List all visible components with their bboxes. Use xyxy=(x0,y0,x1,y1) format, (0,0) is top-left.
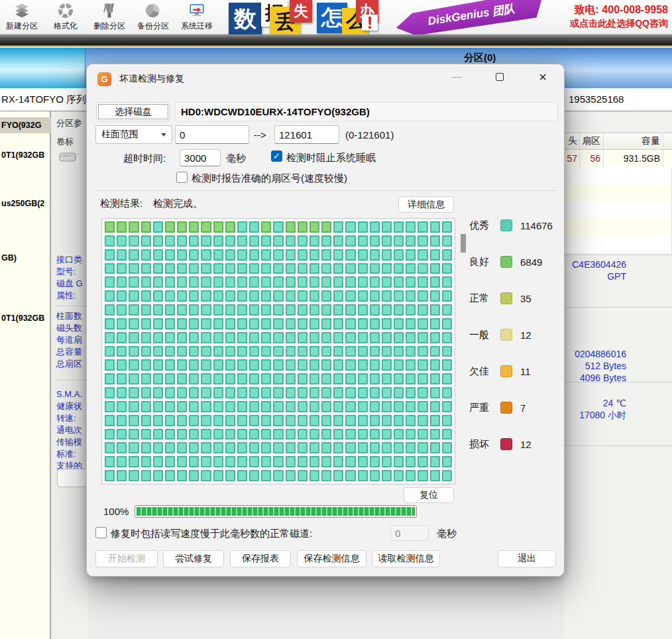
scan-block xyxy=(213,387,223,398)
scan-block xyxy=(165,263,175,274)
toolbar-button-backup-partition[interactable]: 备份分区 xyxy=(131,0,175,34)
table-value-row[interactable]: 5756931.5GB xyxy=(565,150,672,167)
scan-block xyxy=(225,373,235,384)
scan-block xyxy=(442,249,452,261)
minimize-button[interactable]: — xyxy=(441,66,472,88)
exit-button[interactable]: 退出 xyxy=(498,550,556,567)
legend-label: 正常 xyxy=(469,292,500,305)
disk-info-label: 磁盘 G xyxy=(56,278,83,290)
scan-block xyxy=(418,470,427,481)
disk-info-label: 通电次 xyxy=(56,424,82,436)
ad-banner[interactable]: 数据丢失怎么办! DiskGenius 团队 致电: 400-008-9958 … xyxy=(224,0,672,34)
scan-block xyxy=(165,249,175,261)
timeout-input[interactable] xyxy=(180,149,221,166)
scan-block xyxy=(225,401,235,412)
scan-block xyxy=(430,290,440,302)
scan-block xyxy=(442,346,452,357)
maximize-button[interactable] xyxy=(484,66,515,88)
scan-block xyxy=(225,442,235,453)
scan-block xyxy=(333,263,343,274)
range-mode-select[interactable]: 柱面范围 xyxy=(95,125,172,144)
disk-info-value: 17080 小时 xyxy=(579,409,626,421)
scan-block xyxy=(237,235,247,247)
scan-block xyxy=(189,373,199,384)
scan-block xyxy=(105,332,115,343)
legend-item: 欠佳11 xyxy=(469,365,531,378)
scan-block xyxy=(213,332,223,343)
toolbar-button-system-migrate[interactable]: 系统迁移 xyxy=(175,0,219,34)
scan-block xyxy=(370,332,380,343)
panel-button-stub[interactable] xyxy=(57,469,88,487)
disk-info-labels-1: 接口类型号:磁盘 G属性: xyxy=(56,254,83,302)
scan-block xyxy=(273,470,283,481)
scan-block xyxy=(225,346,235,357)
toolbar-button-format[interactable]: 格式化 xyxy=(44,0,87,34)
table-header-row: 头扇区容量 xyxy=(565,133,672,150)
legend-count: 35 xyxy=(520,293,532,304)
range-from-input[interactable] xyxy=(175,125,249,144)
scan-block xyxy=(345,221,355,233)
toolbar-button-delete-partition[interactable]: 删除分区 xyxy=(87,0,131,34)
prevent-sleep-checkbox[interactable]: ✓ xyxy=(271,150,282,162)
scan-block xyxy=(309,456,319,467)
action-button-5[interactable]: 读取检测信息 xyxy=(372,550,440,567)
scan-block xyxy=(286,318,296,329)
scan-block xyxy=(309,235,319,247)
repair-slow-checkbox[interactable] xyxy=(95,527,107,538)
toolbar-button-new-partition[interactable]: 新建分区 xyxy=(0,0,44,34)
disk-info-label: 总容量 xyxy=(56,346,82,358)
scan-block xyxy=(261,429,271,440)
tree-item[interactable]: FYO(932G xyxy=(0,117,51,133)
scan-block xyxy=(225,263,235,274)
scan-block xyxy=(153,429,163,440)
dialog-titlebar[interactable]: G 坏道检测与修复 — × xyxy=(87,64,564,93)
scan-block xyxy=(382,304,392,316)
tree-item[interactable]: 0T1(932GB xyxy=(0,310,51,326)
scan-block xyxy=(382,221,392,233)
scan-block xyxy=(394,346,404,357)
scan-block xyxy=(225,276,235,288)
report-sector-checkbox[interactable] xyxy=(176,172,188,183)
scan-block xyxy=(141,346,151,357)
toolbar-button-label: 备份分区 xyxy=(137,21,169,32)
scan-block xyxy=(321,373,331,384)
range-to-input[interactable] xyxy=(274,125,339,144)
scan-block xyxy=(201,304,211,316)
scan-block xyxy=(273,290,283,302)
scan-block xyxy=(129,429,139,440)
toolbar-button-label: 格式化 xyxy=(54,21,78,32)
action-button-3[interactable]: 保存报表 xyxy=(230,550,291,567)
scan-block xyxy=(309,359,319,371)
tree-item[interactable]: GB) xyxy=(0,250,51,266)
scan-block xyxy=(201,276,211,288)
action-button-2[interactable]: 尝试修复 xyxy=(163,550,224,567)
scan-block xyxy=(442,373,452,384)
scan-block xyxy=(189,401,199,412)
close-icon[interactable]: × xyxy=(528,66,558,88)
partition-param-tab[interactable]: 分区参 xyxy=(56,117,82,129)
action-button-4[interactable]: 保存检测信息 xyxy=(297,550,366,567)
repair-ms-input[interactable] xyxy=(390,525,429,541)
scan-block xyxy=(442,387,452,398)
scan-block xyxy=(333,332,343,343)
result-text: 检测完成。 xyxy=(153,198,203,210)
select-disk-button[interactable]: 选择磁盘 xyxy=(96,102,170,121)
scan-block xyxy=(249,456,259,467)
scan-block xyxy=(418,249,427,261)
detail-info-button[interactable]: 详细信息 xyxy=(398,196,454,213)
scan-block xyxy=(213,304,223,316)
scan-block xyxy=(213,235,223,247)
scan-block xyxy=(382,401,392,412)
reset-button[interactable]: 复位 xyxy=(404,487,454,503)
sector-size-values: 0204886016512 Bytes4096 Bytes xyxy=(575,348,626,384)
disk-info-label: 柱面数 xyxy=(56,310,82,322)
scan-block xyxy=(201,318,211,329)
scan-block xyxy=(153,373,163,384)
legend-item: 损坏12 xyxy=(469,437,532,451)
tree-item[interactable]: us250GB(2 xyxy=(0,196,51,211)
tree-item[interactable]: 0T1(932GB xyxy=(0,147,51,163)
scan-block xyxy=(225,387,235,398)
partition-map-segment-left[interactable] xyxy=(0,48,85,88)
grid-scrollbar-thumb[interactable] xyxy=(461,234,466,253)
scan-block xyxy=(153,415,163,426)
